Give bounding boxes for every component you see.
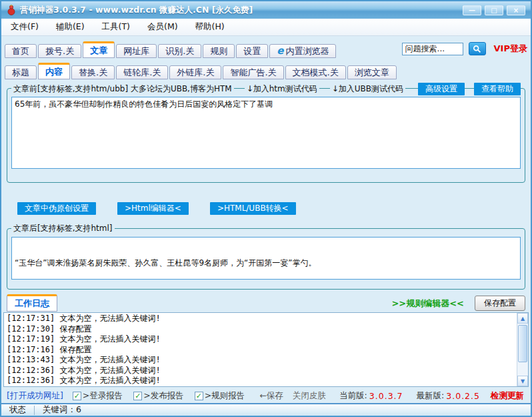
sub-tab-bar: 标题 内容 替换.关 链轮库.关 外链库.关 智能广告.关 文档模式.关 浏览文… xyxy=(5,61,527,79)
html-editor-button[interactable]: >Html编辑器< xyxy=(117,202,189,215)
menu-item[interactable]: 会员(M) xyxy=(147,21,178,33)
checkbox-box[interactable]: ✓ xyxy=(195,392,203,400)
log-entry: [12:12:36] 文本为空，无法插入关键词! xyxy=(7,376,515,386)
checkbox-label: >规则报告 xyxy=(205,390,245,402)
sub-tab[interactable]: 文档模式.关 xyxy=(285,65,346,79)
tab-label: 文章 xyxy=(90,45,107,57)
log-list: [12:17:31] 文本为空，无法插入关键词![12:17:30] 保存配置[… xyxy=(7,314,515,386)
checkbox-label: >发布报告 xyxy=(143,390,183,402)
title-bar[interactable]: 营销神器3.0.3.7 - www.wzdr.cn 微赚达人.CN [永久免费]… xyxy=(1,1,531,19)
status-bar: 状态 关键词：6 xyxy=(1,403,531,416)
tab-label: 规则 xyxy=(210,45,227,57)
latest-version-value: 3.0.2.5 xyxy=(446,391,480,401)
sub-tab[interactable]: 替换.关 xyxy=(71,65,115,79)
tab-label: 替换.关 xyxy=(79,67,107,79)
current-version-value: 3.0.3.7 xyxy=(369,391,403,401)
log-scrollbar[interactable]: ▲ ▼ xyxy=(517,313,528,386)
report-checkbox[interactable]: ✓ >登录报告 xyxy=(73,390,123,402)
sub-tab[interactable]: 内容 xyxy=(38,63,70,79)
ie-browser-icon: e xyxy=(277,46,283,56)
report-checkbox[interactable]: ✓ >发布报告 xyxy=(133,390,183,402)
main-tab[interactable]: 识别.关 xyxy=(158,44,201,58)
footer-toolbar: [打开成功网址] ✓ >登录报告 ✓ >发布报告 ✓ >规则报告 ←保存 关闭皮… xyxy=(1,388,531,403)
tab-label: 设置 xyxy=(243,45,261,57)
worklog-tab[interactable]: 工作日志 xyxy=(7,294,57,312)
report-checkboxes: ✓ >登录报告 ✓ >发布报告 ✓ >规则报告 xyxy=(73,390,245,402)
sub-tab[interactable]: 智能广告.关 xyxy=(223,65,283,79)
menu-item[interactable]: 帮助(H) xyxy=(195,21,225,33)
worklog-area: [12:17:31] 文本为空，无法插入关键词![12:17:30] 保存配置[… xyxy=(3,312,529,387)
advanced-settings-button[interactable]: 高级设置 xyxy=(418,83,465,95)
main-tab[interactable]: 网址库 xyxy=(116,44,157,58)
tab-label: 首页 xyxy=(12,45,29,57)
scroll-up-icon[interactable]: ▲ xyxy=(517,313,528,324)
main-tab[interactable]: 拨号.关 xyxy=(38,44,81,58)
article-before-groupbox: 文章前[支持标签,支持htm/ubb] 大多论坛为UBB,博客为HTM ↓加入h… xyxy=(7,88,525,183)
search-icon xyxy=(473,45,481,53)
log-entry: [12:13:43] 文本为空，无法插入关键词! xyxy=(7,355,515,366)
sub-tab[interactable]: 标题 xyxy=(5,65,37,79)
checkbox-box[interactable]: ✓ xyxy=(133,392,142,400)
article-after-textarea[interactable]: “玉华台”调来淮扬菜名厨朱殿荣、孙久富、王杜昆等9名厨师，为“开国第一宴”掌勺。 xyxy=(11,237,521,280)
search-input[interactable] xyxy=(402,43,463,55)
html-ubb-convert-button[interactable]: >HTML/UBB转换< xyxy=(210,202,296,215)
add-ubb-test-link[interactable]: ↓加入UBB测试代码 xyxy=(330,83,405,95)
rule-editor-link[interactable]: >>规则编辑器<< xyxy=(391,298,464,310)
minimize-button[interactable]: — xyxy=(463,5,481,15)
log-entry: [12:12:36] 文本为空，无法插入关键词! xyxy=(7,366,515,376)
main-tab-bar: 首页 拨号.关 文章 网址库 识别.关 规则 xyxy=(5,40,527,58)
tab-label: 拨号.关 xyxy=(45,45,74,57)
report-checkbox[interactable]: ✓ >规则报告 xyxy=(195,390,245,402)
open-success-url-link[interactable]: [打开成功网址] xyxy=(7,390,63,402)
tab-label: 浏览文章 xyxy=(355,67,389,79)
main-tab[interactable]: 文章 xyxy=(83,41,115,58)
tab-label: 内置浏览器 xyxy=(285,45,329,57)
app-icon xyxy=(7,5,16,15)
tab-label: 智能广告.关 xyxy=(230,67,276,79)
tab-label: 标题 xyxy=(12,67,29,79)
main-tab[interactable]: 规则 xyxy=(203,44,235,58)
article-before-label: 文章前[支持标签,支持htm/ubb] 大多论坛为UBB,博客为HTM xyxy=(11,83,234,95)
log-entry: [12:17:30] 保存配置 xyxy=(7,324,515,335)
main-tab[interactable]: 首页 xyxy=(5,44,37,58)
window-controls: — □ × xyxy=(463,5,525,15)
tab-label: 链轮库.关 xyxy=(123,67,161,79)
sub-tab[interactable]: 浏览文章 xyxy=(347,65,397,79)
main-tab[interactable]: e 内置浏览器 xyxy=(269,44,336,58)
sub-tab[interactable]: 外链库.关 xyxy=(169,65,221,79)
checkbox-label: >登录报告 xyxy=(83,390,123,402)
article-after-groupbox: 文章后[支持标签,支持html] “玉华台”调来淮扬菜名厨朱殿荣、孙久富、王杜昆… xyxy=(7,228,525,290)
menu-item[interactable]: 辅助(E) xyxy=(56,21,85,33)
add-htm-test-link[interactable]: ↓加入htm测试代码 xyxy=(245,83,319,95)
tab-label: 网址库 xyxy=(123,45,149,57)
save-hint-label: ←保存 xyxy=(259,390,283,402)
sub-tab[interactable]: 链轮库.关 xyxy=(116,65,168,79)
maximize-button[interactable]: □ xyxy=(485,5,503,15)
close-button[interactable]: × xyxy=(507,5,525,15)
view-help-button[interactable]: 查看帮助 xyxy=(474,83,521,95)
tab-label: 外链库.关 xyxy=(177,67,214,79)
article-before-legend: 文章前[支持标签,支持htm/ubb] 大多论坛为UBB,博客为HTM ↓加入h… xyxy=(11,83,521,95)
menu-item[interactable]: 文件(F) xyxy=(11,21,39,33)
scroll-down-icon[interactable]: ▼ xyxy=(517,376,528,386)
article-before-textarea[interactable]: 65年前，虽不豪华但却制作精良的特色佳肴为日后国宴的风格定下了基调 xyxy=(11,97,521,169)
check-icon: ✓ xyxy=(196,392,202,400)
log-entry: [12:17:31] 文本为空，无法插入关键词! xyxy=(7,314,515,324)
check-icon: ✓ xyxy=(74,392,80,400)
article-after-label: 文章后[支持标签,支持html] xyxy=(11,223,115,234)
main-tab[interactable]: 设置 xyxy=(236,44,268,58)
check-update-link[interactable]: 检测更新 xyxy=(491,390,524,402)
close-skin-link[interactable]: 关闭皮肤 xyxy=(293,390,326,402)
pseudo-original-settings-button[interactable]: 文章中伪原创设置 xyxy=(17,202,96,215)
menu-item[interactable]: 工具(T) xyxy=(102,21,130,33)
tab-label: 内容 xyxy=(45,66,63,78)
checkbox-box[interactable]: ✓ xyxy=(73,392,81,400)
worklog-header: 工作日志 >>规则编辑器<< 保存配置 xyxy=(7,294,525,312)
scrollbar-thumb[interactable] xyxy=(518,325,527,362)
save-config-button[interactable]: 保存配置 xyxy=(475,296,525,311)
search-button[interactable] xyxy=(469,42,486,55)
check-icon: ✓ xyxy=(135,392,141,400)
vip-login-link[interactable]: VIP登录 xyxy=(494,43,527,55)
log-entry: [12:17:19] 文本为空，无法插入关键词! xyxy=(7,334,515,345)
tab-label: 文档模式.关 xyxy=(293,67,339,79)
